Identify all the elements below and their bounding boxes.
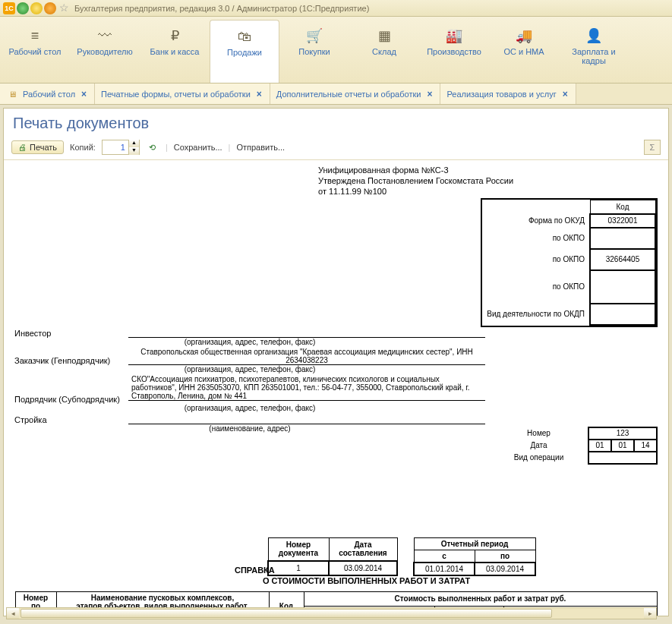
monitor-icon: 🖥: [6, 88, 18, 100]
toolbar: 🖨Печать Копий: ▲▼ ⟲ | Сохранить... | Отп…: [4, 137, 668, 160]
period-to: 03.09.2014: [475, 563, 535, 575]
content-panel: Печать документов 🖨Печать Копий: ▲▼ ⟲ | …: [3, 108, 669, 616]
scroll-thumb[interactable]: [21, 609, 552, 618]
operation-label: Вид операции: [490, 452, 588, 464]
print-button[interactable]: 🖨Печать: [11, 140, 64, 154]
th: Отчетный период: [414, 537, 535, 550]
factory-icon: 🏭: [421, 24, 487, 47]
page-title: Печать документов: [4, 109, 668, 137]
field-note: (наименование, адрес): [14, 424, 485, 433]
nav-sales[interactable]: 🛍Продажи: [210, 20, 279, 83]
code-box: Код Форма по ОКУД0322001 по ОКПО по ОКПО…: [481, 198, 658, 327]
doc-num-value: 1: [268, 561, 329, 575]
nav-warehouse[interactable]: ▦Склад: [349, 20, 419, 83]
form-header: Унифицированная форма №КС-3 Утверждена П…: [318, 165, 658, 197]
close-icon[interactable]: ×: [80, 89, 88, 99]
tab-extra-reports[interactable]: Дополнительные отчеты и обработки×: [270, 84, 441, 104]
contractor-value: СКО"Ассоциация психиатров, психотерапевт…: [128, 375, 485, 401]
doc-date-value: 03.09.2014: [329, 561, 397, 575]
nav-label: ОС и НМА: [491, 47, 557, 56]
okud-value: 0322001: [590, 214, 655, 228]
th: по: [475, 550, 535, 563]
nav-assets[interactable]: 🚚ОС и НМА: [489, 20, 559, 83]
okpo-label: по ОКПО: [482, 228, 590, 249]
period-table: Отчетный период спо 01.01.201403.09.2014: [413, 537, 536, 576]
period-from: 01.01.2014: [414, 563, 475, 575]
grid-icon: ▦: [351, 24, 418, 47]
chart-icon: 〰: [71, 24, 138, 47]
printer-icon: 🖨: [18, 143, 27, 152]
copies-input[interactable]: [103, 143, 128, 152]
date-year: 14: [634, 440, 657, 452]
nav-label: Покупки: [281, 47, 348, 56]
operation-value: [588, 452, 657, 464]
bag-icon: 🛍: [212, 25, 277, 48]
th: Номер документа: [268, 537, 329, 561]
spin-up-icon[interactable]: ▲: [128, 140, 139, 147]
app-logo-icon: 1С: [3, 2, 15, 14]
field-note: (организация, адрес, телефон, факс): [14, 404, 485, 412]
copies-stepper[interactable]: ▲▼: [102, 140, 140, 155]
th: Стоимость выполненных работ и затрат руб…: [304, 591, 657, 606]
tab-label: Рабочий стол: [23, 90, 75, 99]
nav-bank[interactable]: ₽Банк и касса: [140, 20, 210, 83]
save-button[interactable]: Сохранить...: [174, 143, 222, 152]
nav-manager[interactable]: 〰Руководителю: [70, 20, 140, 83]
tab-desktop[interactable]: 🖥Рабочий стол×: [0, 84, 95, 104]
date-month: 01: [611, 440, 634, 452]
okpo-customer: 32664405: [590, 249, 655, 270]
window-title: Бухгалтерия предприятия, редакция 3.0 / …: [74, 4, 369, 13]
horizontal-scrollbar[interactable]: ◂▸: [6, 607, 657, 619]
window-titlebar: 1С ☆ Бухгалтерия предприятия, редакция 3…: [0, 0, 672, 17]
nav-label: Склад: [351, 47, 418, 56]
spin-down-icon[interactable]: ▼: [128, 147, 139, 155]
field-note: (организация, адрес, телефон, факс): [14, 338, 485, 346]
close-icon[interactable]: ×: [425, 89, 434, 99]
contractor-label: Подрядчик (Субподрядчик): [14, 375, 128, 404]
window-button-3[interactable]: [44, 2, 56, 14]
scroll-left-icon[interactable]: ◂: [7, 608, 19, 619]
ruble-icon: ₽: [141, 24, 208, 47]
th: с: [414, 550, 475, 563]
okdp-label: Вид деятельности по ОКДП: [482, 304, 590, 325]
tab-label: Реализация товаров и услуг: [446, 90, 556, 99]
form-header-line: от 11.11.99 №100: [318, 186, 658, 197]
nav-purchase[interactable]: 🛒Покупки: [279, 20, 349, 83]
okpo-investor: [590, 228, 655, 249]
scroll-right-icon[interactable]: ▸: [644, 608, 656, 619]
construction-label: Стройка: [14, 415, 128, 424]
person-icon: 👤: [560, 24, 627, 47]
number-value: 123: [588, 427, 657, 440]
nav-label: Банк и касса: [141, 47, 208, 56]
nav-label: Руководителю: [71, 47, 138, 56]
okdp-value: [590, 304, 655, 325]
nav-production[interactable]: 🏭Производство: [419, 20, 489, 83]
okud-label: Форма по ОКУД: [482, 214, 590, 228]
investor-value: [128, 327, 485, 338]
construction-value: [128, 414, 485, 424]
window-button-2[interactable]: [30, 2, 43, 14]
tab-label: Печатные формы, отчеты и обработки: [101, 90, 251, 99]
nav-label: Производство: [421, 47, 487, 56]
nav-salary[interactable]: 👤Зарплата и кадры: [559, 20, 629, 83]
favorite-icon[interactable]: ☆: [58, 2, 70, 14]
cart-icon: 🛒: [281, 24, 348, 47]
tab-label: Дополнительные отчеты и обработки: [276, 90, 421, 99]
investor-label: Инвестор: [14, 329, 128, 338]
window-button-1[interactable]: [17, 2, 29, 14]
nav-desktop[interactable]: ≡Рабочий стол: [0, 20, 70, 83]
nav-label: Зарплата и кадры: [560, 47, 627, 65]
date-day: 01: [588, 440, 611, 452]
tab-realization[interactable]: Реализация товаров и услуг×: [440, 84, 576, 104]
close-icon[interactable]: ×: [255, 89, 263, 99]
send-button[interactable]: Отправить...: [236, 143, 285, 152]
close-icon[interactable]: ×: [561, 89, 569, 99]
tab-print-forms[interactable]: Печатные формы, отчеты и обработки×: [95, 84, 270, 104]
okpo-label: по ОКПО: [482, 249, 590, 270]
refresh-icon[interactable]: ⟲: [146, 140, 159, 154]
form-header-line: Утверждена Постановлением Госкомстата Ро…: [318, 175, 658, 186]
code-header: Код: [590, 200, 655, 214]
document-body: Унифицированная форма №КС-3 Утверждена П…: [4, 160, 668, 616]
menu-icon: ≡: [2, 24, 68, 47]
sigma-button[interactable]: Σ: [644, 140, 661, 155]
